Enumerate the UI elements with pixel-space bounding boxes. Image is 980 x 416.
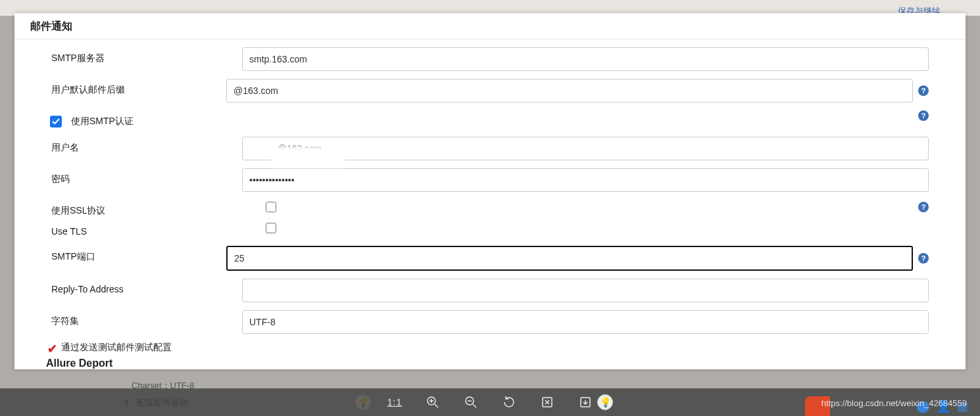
- help-icon[interactable]: [918, 85, 929, 96]
- smtp-server-label: SMTP服务器: [51, 53, 105, 64]
- reply-to-label: Reply-To Address: [51, 284, 124, 294]
- password-input[interactable]: [242, 168, 929, 192]
- checkmark-icon: ✔: [47, 342, 57, 356]
- section-title: 邮件通知: [14, 13, 966, 39]
- redacted-area: [275, 149, 341, 164]
- password-label: 密码: [51, 173, 70, 185]
- corner-icon[interactable]: ▦: [957, 399, 968, 413]
- charset-label: 字符集: [51, 315, 79, 327]
- crop-icon[interactable]: [540, 395, 554, 409]
- bulb-icon[interactable]: 💡: [597, 394, 613, 410]
- form: SMTP服务器 用户默认邮件后缀 使用SMTP认证: [14, 39, 966, 364]
- zoom-in-icon[interactable]: [426, 395, 440, 409]
- corner-badge: [805, 396, 830, 416]
- image-toolbar: 1:1: [0, 388, 980, 416]
- use-ssl-checkbox[interactable]: [266, 202, 276, 212]
- email-config-panel: 邮件通知 SMTP服务器 用户默认邮件后缀 使用SMTP认证: [14, 13, 966, 369]
- default-suffix-input[interactable]: [226, 79, 913, 103]
- smtp-server-input[interactable]: [242, 47, 929, 71]
- test-email-link[interactable]: 通过发送测试邮件测试配置: [61, 342, 172, 354]
- use-ssl-label: 使用SSL协议: [51, 205, 105, 217]
- corner-icon[interactable]: ⬤: [916, 399, 929, 413]
- help-icon[interactable]: [918, 110, 929, 121]
- help-icon[interactable]: [918, 253, 929, 264]
- use-tls-checkbox[interactable]: [266, 223, 276, 233]
- smtp-port-label: SMTP端口: [51, 251, 95, 263]
- default-suffix-label: 用户默认邮件后缀: [51, 84, 125, 96]
- svg-line-1: [435, 404, 438, 407]
- corner-icon[interactable]: 👤: [936, 399, 950, 413]
- username-input[interactable]: [242, 137, 929, 160]
- svg-line-5: [473, 404, 476, 407]
- smtp-port-input[interactable]: [226, 246, 913, 271]
- zoom-out-icon[interactable]: [464, 395, 478, 409]
- use-smtp-auth-checkbox[interactable]: [50, 116, 62, 127]
- reply-to-input[interactable]: [242, 279, 929, 302]
- next-section-title: Allure Deport: [46, 358, 112, 369]
- use-smtp-auth-label: 使用SMTP认证: [71, 116, 134, 127]
- username-label: 用户名: [51, 142, 79, 154]
- charset-input[interactable]: [242, 310, 929, 334]
- corner-icons: ⬤ 👤 ▦: [916, 399, 968, 413]
- help-icon[interactable]: [918, 202, 929, 212]
- scale-1to1-icon[interactable]: 1:1: [387, 395, 402, 409]
- save-image-icon[interactable]: [578, 395, 593, 409]
- use-tls-label: Use TLS: [51, 226, 87, 237]
- rotate-icon[interactable]: [502, 395, 516, 409]
